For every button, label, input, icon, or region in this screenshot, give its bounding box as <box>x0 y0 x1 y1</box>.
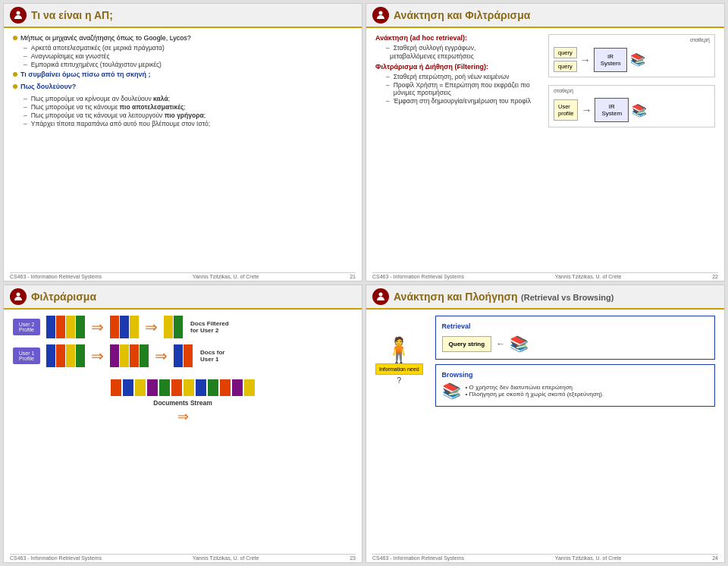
slide-2-left: Ανάκτηση (ad hoc retrieval): –Σταθερή συ… <box>375 34 542 127</box>
sub-bullet-2-3: –Πως μπορούμε να τις κάνουμε να λειτουργ… <box>24 112 353 119</box>
stateri-label-2: σταθερή <box>554 88 573 93</box>
slide-2-header: Ανάκτηση και Φιλτράρισμα <box>366 4 724 28</box>
retrieval-box: Retrieval Query string ← 📚 <box>435 316 715 360</box>
sub-bullet-1-1: –Αρκετά αποτελεσματικές (σε μερικά πράγμ… <box>24 44 353 52</box>
slide-3-footer: CS463 - Information Retrieval Systems Ya… <box>10 554 356 561</box>
sub-bullet-1-3: –Εμπορικά επιτυχημένες (τουλάχιστον μερι… <box>24 61 353 68</box>
slide-2-icon <box>372 7 389 24</box>
filtrarismo-bullet-3: –Έμφαση στη δημιουργία/ενημέρωση του προ… <box>386 97 542 105</box>
stream-arrow: ⇒ <box>177 408 189 425</box>
slide-3-icon <box>10 288 27 305</box>
sub-bullet-2-2: –Πως μπορούμε να τις κάνουμε πιο αποτελε… <box>24 103 353 111</box>
sub-bullets-2: –Πως μπορούμε να κρίνουμε αν δουλεύουν κ… <box>24 95 353 127</box>
stick-figure: 🧍 <box>384 338 414 362</box>
query-box-2: query <box>554 61 577 72</box>
slide-3-header: Φιλτράρισμα <box>4 285 362 310</box>
user1-box: User 1Profile <box>13 347 40 364</box>
slide-4-header: Ανάκτηση και Πλοήγηση (Retrieval vs Brow… <box>366 285 724 310</box>
slide-2-right: σταθερή query query → IRSystem 📚 σταθερή… <box>548 34 715 127</box>
svg-point-2 <box>17 293 20 297</box>
bullet-dot-2 <box>13 72 17 77</box>
sub-bullet-2-1: –Πως μπορούμε να κρίνουμε αν δουλεύουν κ… <box>24 95 353 102</box>
sub-bullet-1-2: –Αναγνωρίσιμες και γνωστές <box>24 52 353 60</box>
diagram-2: σταθερή Userprofile → IRSystem 📚 <box>548 85 715 127</box>
bullet-text-3: Πως δουλεύουν? <box>20 83 76 90</box>
main-bullet-3: Πως δουλεύουν? <box>13 83 353 93</box>
diagram-1: σταθερή query query → IRSystem 📚 <box>548 34 715 77</box>
filtered-docs-2 <box>174 344 193 367</box>
filter-diagram: User 2Profile ⇒ ⇒ Docs Filteredfor User … <box>13 316 353 425</box>
filter-arrow-1: ⇒ <box>91 318 104 336</box>
slide-4-right: Retrieval Query string ← 📚 Browsing 📚 • … <box>435 316 715 407</box>
stream-section: Documents Stream ⇒ <box>13 379 353 425</box>
diagram-2-content: Userprofile → IRSystem 📚 <box>554 98 710 122</box>
slide-1-body: Μήπως οι μηχανές αναζήτησης όπως το Goog… <box>13 34 353 127</box>
info-need-section: 🧍 Information need ? <box>375 316 423 407</box>
bullet-dot-3 <box>13 84 17 89</box>
filter-arrow-4: ⇒ <box>155 347 168 365</box>
slide-2-title: Ανάκτηση και Φιλτράρισμα <box>394 9 530 21</box>
slide-4-footer: CS463 - Information Retrieval Systems Ya… <box>372 554 718 561</box>
slide-4-title: Ανάκτηση και Πλοήγηση <box>394 291 518 303</box>
filtrarismo-section: Φιλτράρισμα ή Διήθηση (Filtering): –Σταθ… <box>375 63 542 105</box>
ir-system-1: IRSystem <box>594 48 628 72</box>
user-profile-box: Userprofile <box>554 99 578 121</box>
bullet-dot-1 <box>13 36 17 40</box>
browsing-books: 📚 <box>442 382 461 400</box>
color-bars-2 <box>46 344 85 367</box>
filter-row-2: User 1Profile ⇒ ⇒ Docs forUser 1 <box>13 344 353 367</box>
slide-1-header: Τι να είναι η ΑΠ; <box>4 4 362 28</box>
stream-bars <box>111 379 255 396</box>
retrieval-books: 📚 <box>510 335 529 353</box>
slide-1-title: Τι να είναι η ΑΠ; <box>31 9 113 21</box>
user2-box: User 2Profile <box>13 319 40 335</box>
browsing-content: 📚 • Ο χρήστης δεν διατυπώνει επερώτηση •… <box>442 382 708 400</box>
svg-point-3 <box>379 293 383 297</box>
filtrarismo-bullet-1: –Σταθερή επερώτηση, ροή νέων κειμένων <box>386 73 542 80</box>
stateri-label-1: σταθερή <box>690 37 710 42</box>
sub-bullet-2-4: –Υπάρχει τίποτα παραπάνω από αυτό που βλ… <box>24 120 353 127</box>
slide-4: Ανάκτηση και Πλοήγηση (Retrieval vs Brow… <box>366 285 725 563</box>
retrieval-arrow: ← <box>496 338 505 349</box>
filter-arrow-3: ⇒ <box>91 347 104 365</box>
filtered-docs-1 <box>164 316 183 338</box>
main-bullet-2: Τι συμβαίνει όμως πίσω από τη σκηνή ; <box>13 71 353 80</box>
retrieval-title: Retrieval <box>442 322 708 330</box>
books-icon-1: 📚 <box>630 52 645 67</box>
slide-2: Ανάκτηση και Φιλτράρισμα Ανάκτηση (ad ho… <box>366 3 725 281</box>
slide-2-footer: CS463 - Information Retrieval Systems Ya… <box>372 272 718 279</box>
filter-row-1: User 2Profile ⇒ ⇒ Docs Filteredfor User … <box>13 316 353 338</box>
filtrarismo-bullet-2: –Προφίλ Χρήστη = Επερώτηση που εκφράζει … <box>386 81 542 96</box>
browsing-box: Browsing 📚 • Ο χρήστης δεν διατυπώνει επ… <box>435 364 715 407</box>
slide-1-footer: CS463 - Information Retrieval Systems Ya… <box>10 272 356 279</box>
query-string-box: Query string <box>442 336 492 352</box>
main-bullet-1: Μήπως οι μηχανές αναζήτησης όπως το Goog… <box>13 34 353 42</box>
docs-for-label: Docs forUser 1 <box>200 349 224 363</box>
query-box-1: query <box>554 47 577 58</box>
diagram-1-content: query query → IRSystem 📚 <box>554 47 710 72</box>
slide-4-subtitle: (Retrieval vs Browsing) <box>521 293 613 302</box>
doc-stack-1 <box>110 316 139 338</box>
filter-arrow-2: ⇒ <box>145 318 158 336</box>
color-bars-1 <box>46 316 85 338</box>
doc-stack-2 <box>110 344 149 367</box>
retrieval-content: Query string ← 📚 <box>442 335 708 353</box>
stream-label: Documents Stream <box>153 399 212 407</box>
filtrarismo-title: Φιλτράρισμα ή Διήθηση (Filtering): <box>375 63 542 71</box>
info-need-box: Information need <box>375 363 423 375</box>
bullet-text-1: Μήπως οι μηχανές αναζήτησης όπως το Goog… <box>20 34 191 42</box>
filtrarismo-bullets: –Σταθερή επερώτηση, ροή νέων κειμένων –Π… <box>386 73 542 105</box>
svg-point-0 <box>17 11 20 15</box>
ir-system-2: IRSystem <box>595 98 629 122</box>
slide-4-body: 🧍 Information need ? Retrieval Query str… <box>375 316 715 407</box>
query-boxes: query query <box>554 47 577 72</box>
books-icon-2: 📚 <box>632 103 647 118</box>
slide-3: Φιλτράρισμα User 2Profile ⇒ ⇒ Docs Fi <box>3 285 362 563</box>
slide-2-body: Ανάκτηση (ad hoc retrieval): –Σταθερή συ… <box>375 34 715 127</box>
anaktisi-bullet-2: μεταβαλλόμενες επερωτήσεις <box>386 52 542 60</box>
slide-3-title: Φιλτράρισμα <box>31 291 96 303</box>
svg-point-1 <box>379 11 383 15</box>
slide-1-icon <box>10 7 27 24</box>
sub-bullets-1: –Αρκετά αποτελεσματικές (σε μερικά πράγμ… <box>24 44 353 68</box>
bullet-text-2: Τι συμβαίνει όμως πίσω από τη σκηνή ; <box>20 71 151 78</box>
